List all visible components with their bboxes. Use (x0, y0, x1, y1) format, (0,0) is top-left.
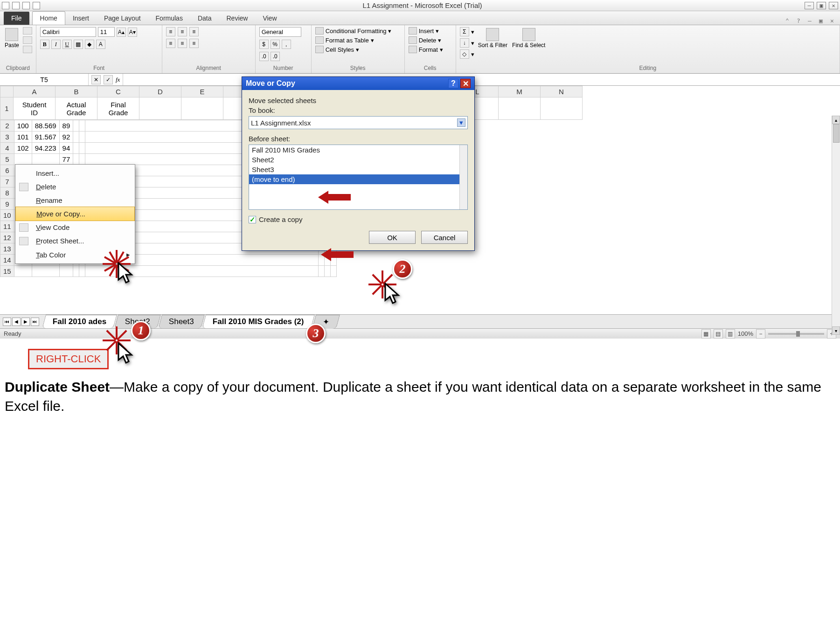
format-as-table-button[interactable]: Format as Table ▾ (315, 36, 401, 44)
cell[interactable]: 88.569 (32, 120, 59, 132)
tab-insert[interactable]: Insert (65, 12, 97, 25)
close-button[interactable]: ✕ (829, 2, 838, 9)
format-cells-button[interactable]: Format ▾ (409, 46, 452, 53)
list-item-selected[interactable]: (move to end) (249, 174, 467, 184)
tab-formulas[interactable]: Formulas (148, 12, 190, 25)
window-close-icon[interactable]: ✕ (828, 16, 836, 25)
select-all-corner[interactable] (0, 86, 14, 97)
cell[interactable] (59, 266, 73, 277)
increase-font-icon[interactable]: A▴ (117, 28, 126, 37)
row-header[interactable]: 4 (0, 143, 14, 154)
comma-icon[interactable]: , (282, 40, 291, 49)
align-bottom-icon[interactable]: ≡ (189, 27, 199, 36)
font-family-select[interactable]: Calibri (40, 27, 96, 37)
sheet-tab-sheet3[interactable]: Sheet3 (158, 315, 205, 328)
cell[interactable] (73, 154, 79, 165)
window-restore-icon[interactable]: ▣ (817, 16, 825, 25)
cell[interactable] (79, 143, 85, 154)
row-header[interactable]: 14 (0, 255, 14, 266)
col-header-c[interactable]: C (97, 86, 139, 97)
conditional-formatting-button[interactable]: Conditional Formatting ▾ (315, 27, 401, 35)
underline-button[interactable]: U (62, 40, 72, 49)
tab-view[interactable]: View (255, 12, 284, 25)
row-header[interactable]: 10 (0, 210, 14, 221)
decrease-decimal-icon[interactable]: .0 (271, 52, 280, 61)
cut-icon[interactable] (23, 27, 32, 35)
fill-color-button[interactable]: ◆ (85, 40, 94, 49)
currency-icon[interactable]: $ (259, 40, 269, 49)
dialog-close-button[interactable]: ✕ (460, 79, 471, 88)
ctx-protect-sheet[interactable]: Protect Sheet... (15, 234, 135, 248)
cell[interactable] (79, 266, 85, 277)
listbox-scrollbar[interactable] (459, 145, 467, 209)
format-painter-icon[interactable] (23, 46, 32, 53)
cell[interactable] (73, 266, 79, 277)
cell[interactable] (79, 132, 85, 143)
italic-button[interactable]: I (51, 40, 61, 49)
col-header-m[interactable]: M (499, 86, 541, 97)
sort-filter-button[interactable]: Sort & Filter (477, 27, 508, 49)
tab-file[interactable]: File (4, 12, 29, 25)
cell[interactable]: 91.567 (32, 132, 59, 143)
tab-home[interactable]: Home (32, 11, 65, 25)
cell[interactable] (32, 154, 59, 165)
copy-icon[interactable] (23, 36, 32, 44)
prev-sheet-button[interactable]: ◀ (12, 318, 21, 326)
minimize-button[interactable]: — (805, 2, 814, 9)
cell[interactable] (73, 120, 79, 132)
save-icon[interactable] (12, 2, 20, 9)
align-right-icon[interactable]: ≡ (189, 39, 199, 48)
autosum-button[interactable]: Σ▾ (460, 27, 474, 36)
before-sheet-listbox[interactable]: Fall 2010 MIS Grades Sheet2 Sheet3 (move… (249, 145, 468, 210)
bold-button[interactable]: B (40, 40, 49, 49)
cell[interactable] (331, 266, 337, 277)
row-header[interactable]: 7 (0, 176, 14, 187)
cell[interactable]: FinalGrade (97, 97, 139, 120)
cell[interactable] (73, 132, 79, 143)
row-header[interactable]: 6 (0, 165, 14, 176)
delete-cells-button[interactable]: Delete ▾ (409, 36, 452, 44)
percent-icon[interactable]: % (271, 40, 280, 49)
cell[interactable]: 94 (59, 143, 73, 154)
align-middle-icon[interactable]: ≡ (178, 27, 187, 36)
cell[interactable] (79, 154, 85, 165)
normal-view-icon[interactable]: ▦ (701, 329, 711, 339)
cell[interactable] (499, 97, 541, 120)
ctx-move-or-copy[interactable]: Move or Copy... (15, 207, 135, 221)
to-book-select[interactable]: L1 Assignment.xlsx ▾ (249, 116, 468, 129)
cell[interactable] (73, 143, 79, 154)
ctx-delete[interactable]: Delete (15, 180, 135, 194)
decrease-font-icon[interactable]: A▾ (128, 28, 137, 37)
cancel-formula-icon[interactable]: ✕ (91, 75, 101, 84)
last-sheet-button[interactable]: ⏭ (31, 318, 39, 326)
cell[interactable] (181, 97, 223, 120)
maximize-button[interactable]: ▣ (817, 2, 826, 9)
list-item[interactable]: Fall 2010 MIS Grades (249, 145, 467, 155)
scroll-down-button[interactable]: ▾ (832, 326, 840, 335)
cell-styles-button[interactable]: Cell Styles ▾ (315, 46, 401, 53)
fill-button[interactable]: ↓▾ (460, 38, 474, 48)
cell[interactable] (14, 154, 32, 165)
ctx-view-code[interactable]: View Code (15, 221, 135, 234)
page-break-view-icon[interactable]: ▥ (726, 329, 735, 339)
help-icon[interactable]: ? (794, 16, 803, 25)
dialog-help-button[interactable]: ? (448, 79, 458, 88)
row-header[interactable]: 2 (0, 120, 14, 132)
cell[interactable]: 77 (59, 154, 73, 165)
window-min-icon[interactable]: — (805, 16, 814, 25)
zoom-out-button[interactable]: − (756, 329, 765, 339)
cancel-button[interactable]: Cancel (421, 231, 468, 244)
ctx-insert[interactable]: Insert... (15, 166, 135, 180)
tab-page-layout[interactable]: Page Layout (97, 12, 148, 25)
page-layout-view-icon[interactable]: ▤ (714, 329, 723, 339)
row-header[interactable]: 15 (0, 266, 14, 277)
cell[interactable] (139, 97, 181, 120)
cell[interactable]: 94.223 (32, 143, 59, 154)
cell[interactable]: StudentID (14, 97, 56, 120)
col-header-e[interactable]: E (181, 86, 223, 97)
first-sheet-button[interactable]: ⏮ (3, 318, 11, 326)
cell[interactable] (14, 266, 32, 277)
row-header[interactable]: 9 (0, 199, 14, 210)
font-size-select[interactable]: 11 (98, 27, 115, 37)
cell[interactable] (32, 266, 59, 277)
